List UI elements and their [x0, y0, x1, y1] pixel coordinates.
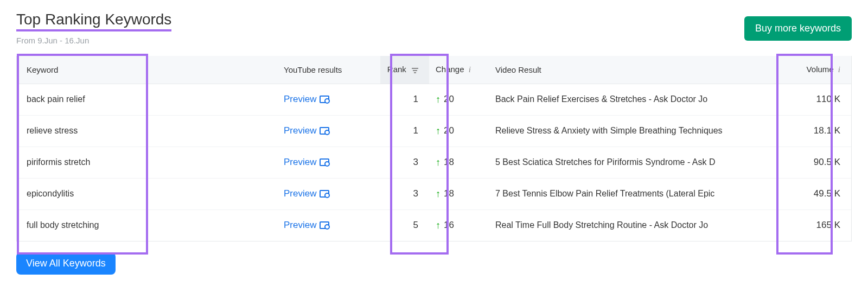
svg-rect-1 — [413, 70, 417, 71]
volume-cell: 49.5 K — [797, 178, 851, 209]
change-cell: ↑ 18 — [429, 147, 489, 178]
preview-cell: Preview — [277, 147, 380, 178]
preview-link[interactable]: Preview — [284, 125, 329, 136]
change-cell: ↑ 16 — [429, 209, 489, 241]
preview-icon — [320, 127, 329, 135]
page-title: Top Ranking Keywords — [16, 11, 171, 31]
change-cell: ↑ 20 — [429, 115, 489, 147]
keywords-table-wrap: Keyword YouTube results Rank Change i Vi… — [16, 56, 852, 242]
table-header-row: Keyword YouTube results Rank Change i Vi… — [17, 56, 851, 84]
preview-cell: Preview — [277, 115, 380, 147]
col-header-youtube[interactable]: YouTube results — [277, 56, 380, 84]
change-up: ↑ 18 — [436, 157, 454, 168]
table-row: full body stretching Preview 5 ↑ 16 Real… — [17, 209, 851, 241]
video-result-cell[interactable]: 7 Best Tennis Elbow Pain Relief Treatmen… — [489, 178, 797, 209]
video-result-cell[interactable]: Relieve Stress & Anxiety with Simple Bre… — [489, 115, 797, 147]
arrow-up-icon: ↑ — [436, 189, 441, 199]
arrow-up-icon: ↑ — [436, 220, 441, 230]
change-up: ↑ 20 — [436, 125, 454, 136]
col-header-change[interactable]: Change i — [429, 56, 489, 84]
view-all-keywords-button[interactable]: View All Keywords — [16, 252, 116, 275]
svg-rect-0 — [412, 68, 418, 69]
video-result-cell[interactable]: Real Time Full Body Stretching Routine -… — [489, 209, 797, 241]
video-result-cell[interactable]: Back Pain Relief Exercises & Stretches -… — [489, 84, 797, 115]
svg-rect-2 — [414, 72, 416, 73]
arrow-up-icon: ↑ — [436, 126, 441, 136]
table-body: back pain relief Preview 1 ↑ 20 Back Pai… — [17, 84, 851, 241]
change-cell: ↑ 20 — [429, 84, 489, 115]
keywords-table: Keyword YouTube results Rank Change i Vi… — [17, 56, 851, 241]
preview-icon — [320, 158, 329, 166]
table-row: back pain relief Preview 1 ↑ 20 Back Pai… — [17, 84, 851, 115]
volume-cell: 90.5 K — [797, 147, 851, 178]
title-block: Top Ranking Keywords From 9.Jun - 16.Jun — [16, 11, 171, 45]
keyword-cell[interactable]: piriformis stretch — [17, 147, 277, 178]
table-row: epicondylitis Preview 3 ↑ 18 7 Best Tenn… — [17, 178, 851, 209]
table-row: piriformis stretch Preview 3 ↑ 18 5 Best… — [17, 147, 851, 178]
preview-cell: Preview — [277, 84, 380, 115]
preview-link[interactable]: Preview — [284, 94, 329, 105]
volume-cell: 18.1 K — [797, 115, 851, 147]
change-up: ↑ 20 — [436, 94, 454, 105]
preview-cell: Preview — [277, 178, 380, 209]
keyword-cell[interactable]: epicondylitis — [17, 178, 277, 209]
change-up: ↑ 16 — [436, 220, 454, 231]
preview-icon — [320, 190, 329, 198]
col-header-volume[interactable]: Volume i — [797, 56, 851, 84]
change-cell: ↑ 18 — [429, 178, 489, 209]
video-result-cell[interactable]: 5 Best Sciatica Stretches for Piriformis… — [489, 147, 797, 178]
table-row: relieve stress Preview 1 ↑ 20 Relieve St… — [17, 115, 851, 147]
info-icon[interactable]: i — [469, 65, 471, 74]
col-header-rank[interactable]: Rank — [380, 56, 429, 84]
preview-cell: Preview — [277, 209, 380, 241]
preview-link[interactable]: Preview — [284, 220, 329, 231]
rank-cell: 1 — [380, 84, 429, 115]
rank-cell: 1 — [380, 115, 429, 147]
volume-cell: 110 K — [797, 84, 851, 115]
preview-icon — [320, 96, 329, 103]
preview-link[interactable]: Preview — [284, 188, 329, 199]
volume-cell: 165 K — [797, 209, 851, 241]
rank-cell: 3 — [380, 178, 429, 209]
preview-icon — [320, 221, 329, 229]
date-range-subtitle: From 9.Jun - 16.Jun — [16, 36, 171, 45]
keyword-cell[interactable]: relieve stress — [17, 115, 277, 147]
keyword-cell[interactable]: full body stretching — [17, 209, 277, 241]
sort-icon — [412, 66, 418, 75]
info-icon[interactable]: i — [838, 65, 840, 74]
rank-cell: 3 — [380, 147, 429, 178]
change-up: ↑ 18 — [436, 188, 454, 199]
buy-keywords-button[interactable]: Buy more keywords — [744, 16, 852, 41]
keyword-cell[interactable]: back pain relief — [17, 84, 277, 115]
col-header-keyword[interactable]: Keyword — [17, 56, 277, 84]
header-row: Top Ranking Keywords From 9.Jun - 16.Jun… — [16, 11, 852, 45]
rank-cell: 5 — [380, 209, 429, 241]
col-header-video[interactable]: Video Result — [489, 56, 797, 84]
preview-link[interactable]: Preview — [284, 157, 329, 168]
arrow-up-icon: ↑ — [436, 157, 441, 167]
arrow-up-icon: ↑ — [436, 94, 441, 104]
